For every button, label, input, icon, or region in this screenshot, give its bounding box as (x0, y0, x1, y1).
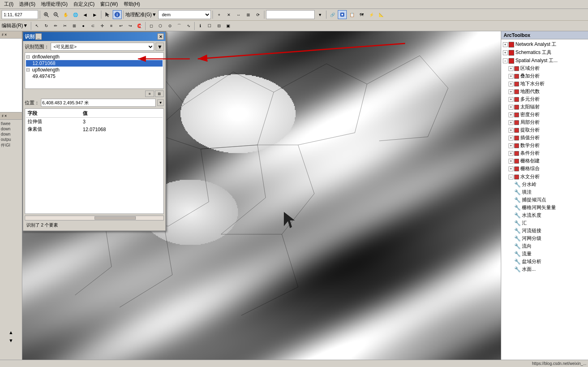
edit-move[interactable]: ✛ (98, 22, 107, 30)
zoom-in-btn[interactable] (42, 10, 51, 19)
fit-grid-btn[interactable]: ⊞ (244, 10, 253, 19)
edit-box[interactable]: ☐ (205, 22, 214, 30)
child7-expand[interactable]: + (509, 120, 513, 125)
sa-child-12[interactable]: + 栅格创建 (508, 157, 587, 165)
dialog-close-btn[interactable]: ✕ (157, 33, 164, 40)
sa-child-4[interactable]: + 多元分析 (508, 95, 587, 103)
child0-expand[interactable]: + (509, 66, 513, 71)
scope-dropdown[interactable]: <可见图层> (51, 43, 154, 51)
child13-expand[interactable]: + (509, 166, 513, 171)
nav-list-btn[interactable]: ≡ (145, 91, 154, 97)
sa-child-5[interactable]: + 太阳辐射 (508, 103, 587, 111)
scroll-down-arrow[interactable]: ▼ (9, 338, 13, 343)
zoom-out-btn[interactable] (52, 10, 60, 19)
toolbox-tree[interactable]: + Network Analyst 工 + Schematics 工具 (501, 39, 588, 360)
child11-expand[interactable]: + (509, 151, 513, 156)
sa-child-2[interactable]: + 地下水分析 (508, 80, 587, 88)
back-btn[interactable]: ◀ (81, 10, 90, 19)
edit-reshape[interactable]: ⊂ (88, 22, 97, 30)
tree-item-dn[interactable]: ⊟ dnflowlength (26, 54, 163, 60)
pan-btn[interactable]: ✋ (61, 10, 70, 19)
child2-expand[interactable]: + (509, 82, 513, 86)
schematics-header[interactable]: + Schematics 工具 (502, 49, 587, 56)
sa-expand-icon[interactable]: − (503, 58, 508, 63)
tree-item-dn-val[interactable]: 12.071068 (26, 60, 163, 67)
menu-i[interactable]: 工(I) (2, 0, 16, 9)
hydro-expand-icon[interactable]: − (509, 175, 513, 179)
auto-correct-btn[interactable]: ⟳ (253, 10, 262, 19)
edit-snap[interactable]: 🧲 (135, 22, 144, 30)
sa-child-8[interactable]: + 提取分析 (508, 126, 587, 134)
hydro-tool-2[interactable]: 🔧 捕捉倾泻点 (513, 196, 587, 204)
edit-redo[interactable]: ↪ (126, 22, 135, 30)
sa-child-9[interactable]: + 插值分析 (508, 134, 587, 142)
child6-expand[interactable]: + (509, 112, 513, 117)
bottom-left-close[interactable]: × (4, 114, 7, 118)
hydro-header[interactable]: − 水文分析 (508, 173, 587, 181)
scale-input[interactable] (2, 10, 38, 19)
tree-item-up-val[interactable]: 49.497475 (26, 73, 163, 80)
child12-expand[interactable]: + (509, 159, 513, 164)
sa-child-0[interactable]: + 区域分析 (508, 65, 587, 72)
na-expand-icon[interactable]: + (503, 42, 508, 47)
hydro-tool-7[interactable]: 🔧 河网分级 (513, 235, 587, 242)
sa-child-6[interactable]: + 密度分析 (508, 111, 587, 119)
scroll-up-arrow[interactable]: ▲ (9, 330, 13, 335)
edit-split[interactable]: ✂ (60, 22, 69, 30)
search-go-btn[interactable]: ▼ (315, 10, 324, 19)
select-btn[interactable] (103, 10, 112, 19)
sa-child-7[interactable]: + 局部分析 (508, 119, 587, 126)
tree-item-up[interactable]: ⊟ upflowlength (26, 67, 163, 73)
sketch-btn2[interactable]: ⬡ (156, 22, 165, 30)
menu-window[interactable]: 窗口(W) (98, 0, 120, 9)
layer-select[interactable]: dem (158, 10, 211, 19)
hydro-tool-0[interactable]: 🔧 分水岭 (513, 181, 587, 188)
view-link-btn[interactable]: 🔗 (328, 10, 337, 19)
edit-draw[interactable]: ✏ (51, 22, 60, 30)
edit-merge[interactable]: ⊞ (70, 22, 79, 30)
hydro-tool-1[interactable]: 🔧 填洼 (513, 188, 587, 196)
sa-child-1[interactable]: + 叠加分析 (508, 72, 587, 80)
position-btn[interactable]: ▼ (157, 99, 164, 106)
sketch-btn1[interactable]: ◻ (147, 22, 156, 30)
hydro-tool-6[interactable]: 🔧 河流链接 (513, 227, 587, 235)
edit-info[interactable]: ℹ (196, 22, 205, 30)
map-btn4[interactable]: ⚡ (367, 10, 376, 19)
child8-expand[interactable]: + (509, 128, 513, 133)
sa-child-13[interactable]: + 栅格综合 (508, 165, 587, 173)
search-input[interactable] (266, 10, 315, 19)
sa-child-3[interactable]: + 地图代数 (508, 88, 587, 95)
hydro-tool-11[interactable]: 🔧 水面... (513, 266, 587, 273)
hydro-tool-3[interactable]: 🔧 栅格河网矢量量 (513, 204, 587, 212)
fwd-btn[interactable]: ▶ (90, 10, 99, 19)
move-pts-btn[interactable]: ↔ (234, 10, 243, 19)
hydro-tool-10[interactable]: 🔧 盆域分析 (513, 258, 587, 266)
map-btn2[interactable]: 📋 (348, 10, 356, 19)
bottom-left-pin[interactable]: ♯ (2, 114, 4, 118)
edit-attr[interactable]: ≡ (107, 22, 116, 30)
hydro-tool-9[interactable]: 🔧 流量 (513, 250, 587, 258)
edit-tbl[interactable]: ⊟ (215, 22, 223, 30)
sketch-btn4[interactable]: ⌒ (175, 22, 184, 30)
active-btn[interactable] (338, 10, 347, 19)
menu-help[interactable]: 帮助(H) (121, 0, 143, 9)
edit-undo[interactable]: ↩ (116, 22, 125, 30)
edit-select[interactable]: ↖ (32, 22, 41, 30)
toc-pin[interactable]: ♯ (2, 32, 4, 37)
full-extent-btn[interactable]: 🌐 (71, 10, 80, 19)
sa-child-11[interactable]: + 条件分析 (508, 149, 587, 157)
nav-expand-btn[interactable]: ⊞ (155, 91, 164, 97)
sc-expand-icon[interactable]: + (503, 50, 508, 55)
child5-expand[interactable]: + (509, 105, 513, 110)
map-btn5[interactable]: 📐 (377, 10, 386, 19)
menu-geoprocessing[interactable]: 地理处理(G) (39, 0, 70, 9)
child10-expand[interactable]: + (509, 143, 513, 148)
delete-ctrl-pts-btn[interactable]: ✕ (224, 10, 233, 19)
child4-expand[interactable]: + (509, 97, 513, 102)
hydro-tool-8[interactable]: 🔧 流向 (513, 242, 587, 250)
horiz-scrollbar[interactable] (25, 216, 164, 220)
sa-child-10[interactable]: + 数学分析 (508, 142, 587, 149)
edit-end[interactable]: ▣ (224, 22, 233, 30)
menu-select[interactable]: 选择(S) (17, 0, 38, 9)
sketch-btn5[interactable]: ∿ (184, 22, 193, 30)
